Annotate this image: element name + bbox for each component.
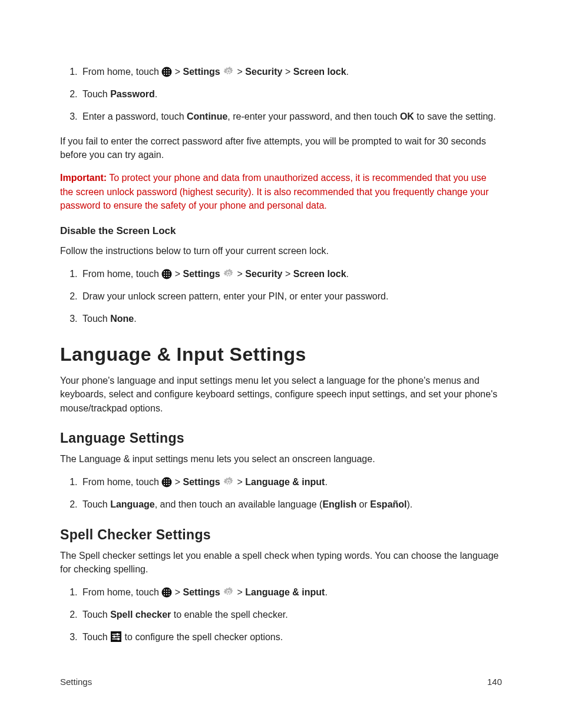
security-label: Security (245, 269, 282, 279)
text: > (237, 477, 246, 487)
svg-point-41 (166, 592, 167, 593)
list-item: Touch Spell checker to enable the spell … (80, 608, 502, 622)
svg-point-18 (168, 274, 170, 275)
svg-point-27 (168, 479, 170, 480)
language-label: Language (110, 499, 155, 509)
spell-checker-label: Spell checker (110, 610, 171, 620)
list-item: Touch Language, and then touch an availa… (80, 498, 502, 512)
svg-point-19 (164, 276, 165, 277)
text: From home, touch (82, 269, 161, 279)
svg-point-2 (166, 69, 167, 70)
text: > (172, 587, 183, 597)
text: Touch (82, 89, 110, 99)
svg-point-42 (168, 592, 170, 593)
text: > (172, 67, 183, 77)
important-text: To protect your phone and data from unau… (60, 173, 488, 210)
svg-point-35 (227, 480, 230, 483)
disable-heading: Disable the Screen Lock (60, 225, 502, 237)
svg-point-25 (164, 479, 165, 480)
text: > (172, 477, 183, 487)
screen-lock-label: Screen lock (293, 269, 346, 279)
svg-point-13 (164, 271, 165, 272)
none-label: None (110, 314, 134, 324)
list-item: From home, touch > Settings > Security >… (80, 65, 502, 79)
list-item: Touch Password. (80, 87, 502, 101)
text: . (346, 67, 349, 77)
h2-language-settings: Language Settings (60, 430, 502, 446)
apps-icon (161, 67, 172, 77)
svg-point-37 (164, 589, 165, 591)
settings-label: Settings (183, 477, 220, 487)
english-label: English (322, 499, 356, 509)
text: From home, touch (82, 587, 161, 597)
svg-point-21 (168, 276, 170, 277)
list-item: Touch to configure the spell checker opt… (80, 630, 502, 644)
gear-icon (223, 476, 234, 487)
gear-icon (223, 586, 234, 598)
list-item: Enter a password, touch Continue, re-ent… (80, 110, 502, 124)
svg-point-3 (168, 69, 170, 70)
apps-icon (161, 269, 172, 279)
password-label: Password (110, 89, 155, 99)
gear-icon (223, 268, 234, 279)
settings-label: Settings (183, 67, 220, 77)
svg-point-40 (164, 592, 165, 593)
text: , re-enter your password, and then touch (227, 111, 400, 121)
text: . (325, 587, 327, 597)
text: . (325, 477, 327, 487)
text: , and then touch an available language ( (155, 499, 323, 509)
document-page: From home, touch > Settings > Security >… (0, 0, 562, 728)
text: Touch (82, 499, 110, 509)
svg-point-38 (166, 589, 167, 591)
steps-list-language: From home, touch > Settings > Language &… (60, 475, 502, 512)
apps-icon (161, 587, 172, 598)
svg-point-6 (168, 71, 170, 73)
svg-point-33 (168, 484, 170, 485)
ok-label: OK (400, 111, 414, 121)
language-input-label: Language & input (245, 587, 325, 597)
svg-point-28 (164, 482, 165, 483)
h2-spell-checker: Spell Checker Settings (60, 527, 502, 543)
svg-point-9 (168, 74, 170, 75)
text: . (346, 269, 349, 279)
svg-rect-52 (117, 633, 118, 635)
security-label: Security (245, 67, 282, 77)
list-item: From home, touch > Settings > Language &… (80, 585, 502, 599)
settings-label: Settings (183, 587, 220, 597)
spell-intro: The Spell checker settings let you enabl… (60, 549, 502, 576)
svg-point-16 (164, 274, 165, 275)
svg-point-7 (164, 74, 165, 75)
svg-rect-54 (118, 638, 120, 640)
text: or (356, 499, 370, 509)
svg-rect-53 (114, 635, 115, 638)
settings-label: Settings (183, 269, 220, 279)
important-note: Important: To protect your phone and dat… (60, 171, 502, 212)
text: > (237, 67, 246, 77)
text: Touch (82, 610, 110, 620)
sliders-icon (110, 631, 122, 643)
steps-list-disable: From home, touch > Settings > Security >… (60, 267, 502, 326)
gear-icon (223, 65, 234, 77)
svg-point-45 (168, 594, 170, 595)
disable-intro: Follow the instructions below to turn of… (60, 244, 502, 258)
language-input-label: Language & input (245, 477, 325, 487)
steps-list-spell: From home, touch > Settings > Language &… (60, 585, 502, 644)
text: From home, touch (82, 67, 161, 77)
svg-point-8 (166, 74, 167, 75)
continue-label: Continue (187, 111, 227, 121)
footer-section: Settings (60, 677, 92, 687)
svg-point-31 (164, 484, 165, 485)
svg-point-47 (227, 591, 230, 593)
svg-point-23 (227, 272, 230, 275)
svg-point-4 (164, 71, 165, 73)
svg-point-14 (166, 271, 167, 272)
svg-point-26 (166, 479, 167, 480)
svg-point-44 (166, 594, 167, 595)
screen-lock-label: Screen lock (293, 67, 346, 77)
text: ). (407, 499, 413, 509)
text: . (155, 89, 157, 99)
list-item: From home, touch > Settings > Language &… (80, 475, 502, 489)
svg-point-20 (166, 276, 167, 277)
svg-point-1 (164, 69, 165, 70)
lang-input-intro: Your phone's language and input settings… (60, 374, 502, 415)
